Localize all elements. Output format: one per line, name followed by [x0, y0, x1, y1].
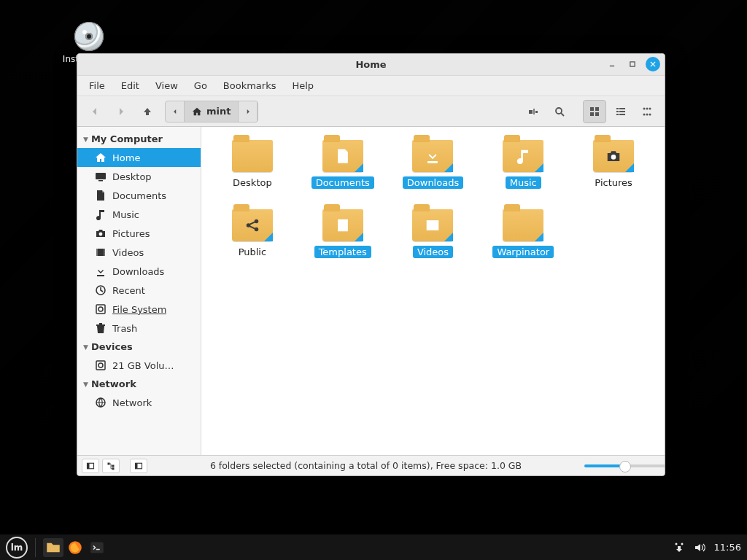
toggle-location-button[interactable]	[522, 100, 545, 123]
chevron-down-icon: ▼	[83, 381, 88, 388]
window-title: Home	[355, 59, 386, 70]
folder-label: Templates	[314, 246, 371, 258]
template-icon	[322, 209, 363, 241]
sidebar-item-label: Desktop	[112, 171, 152, 182]
menubar: File Edit View Go Bookmarks Help	[77, 76, 665, 96]
folder-item-desktop[interactable]: Desktop	[212, 140, 293, 189]
folder-icon	[503, 140, 543, 172]
file-manager-window: Home File Edit View Go Bookmarks Help	[77, 53, 665, 476]
folder-item-music[interactable]: Music	[483, 140, 563, 189]
sidebar-item-trash[interactable]: Trash	[77, 319, 201, 338]
taskbar-files-button[interactable]	[43, 538, 63, 557]
sidebar-item-desktop[interactable]: Desktop	[77, 167, 201, 186]
folder-label: Pictures	[590, 176, 636, 189]
taskbar-separator	[35, 538, 36, 557]
close-button[interactable]	[646, 57, 660, 71]
up-button[interactable]	[136, 100, 159, 123]
folder-item-templates[interactable]: Templates	[303, 209, 383, 258]
folder-icon	[322, 140, 363, 172]
folder-icon	[412, 209, 453, 241]
camera-icon	[593, 140, 634, 172]
folder-icon	[593, 140, 634, 172]
folder-item-pictures[interactable]: Pictures	[573, 140, 654, 189]
sidebar-item-recent[interactable]: Recent	[77, 281, 201, 300]
list-view-button[interactable]	[609, 100, 632, 123]
network-icon[interactable]	[673, 542, 685, 553]
download-icon	[412, 140, 453, 172]
clock[interactable]: 11:56	[714, 542, 741, 553]
desktop[interactable]: Install Linux Mint Home File Edit View G…	[0, 0, 747, 560]
menu-file[interactable]: File	[82, 77, 112, 94]
forward-button[interactable]	[109, 100, 133, 123]
places-pane-button[interactable]	[82, 459, 99, 473]
chevron-down-icon: ▼	[83, 343, 88, 351]
breadcrumb: mint	[165, 101, 258, 122]
music-icon	[503, 140, 543, 172]
toolbar: mint	[77, 96, 665, 127]
sidebar-item-label: Home	[112, 152, 140, 163]
download-icon	[95, 265, 107, 277]
sidebar-item-label: Downloads	[112, 266, 164, 277]
sidebar-item-network[interactable]: Network	[77, 393, 201, 412]
sidebar-item-downloads[interactable]: Downloads	[77, 262, 201, 281]
sidebar-item-home[interactable]: Home	[77, 148, 201, 167]
sidebar-item-21-gb-volu-[interactable]: 21 GB Volu…	[77, 356, 201, 375]
home-icon	[192, 106, 202, 117]
menu-help[interactable]: Help	[285, 77, 321, 94]
taskbar-firefox-button[interactable]	[65, 538, 85, 557]
titlebar[interactable]: Home	[77, 54, 665, 76]
recent-icon	[95, 284, 107, 296]
compact-view-button[interactable]	[635, 100, 659, 123]
music-icon	[95, 209, 107, 220]
folder-icon	[232, 209, 273, 241]
menu-view[interactable]: View	[148, 77, 185, 94]
folder-content[interactable]: DesktopDocumentsDownloadsMusicPicturesPu…	[201, 127, 665, 455]
folder-label: Videos	[413, 246, 453, 258]
status-text: 6 folders selected (containing a total o…	[150, 460, 581, 471]
folder-item-downloads[interactable]: Downloads	[392, 140, 473, 189]
menu-edit[interactable]: Edit	[114, 77, 147, 94]
trash-icon	[95, 322, 107, 334]
volume-icon[interactable]	[694, 542, 705, 553]
folder-item-warpinator[interactable]: Warpinator	[483, 209, 563, 258]
folder-item-public[interactable]: Public	[212, 209, 293, 258]
sidebar-item-pictures[interactable]: Pictures	[77, 224, 201, 243]
folder-label: Documents	[311, 176, 374, 189]
sidebar-section-header[interactable]: ▼Network	[77, 375, 201, 393]
show-hidden-button[interactable]	[130, 459, 147, 473]
disk-icon	[95, 359, 107, 371]
search-button[interactable]	[548, 100, 571, 123]
document-icon	[322, 140, 363, 172]
sidebar-item-label: Recent	[112, 285, 145, 296]
sidebar-item-videos[interactable]: Videos	[77, 243, 201, 262]
minimize-button[interactable]	[605, 57, 619, 71]
back-button[interactable]	[83, 100, 107, 123]
zoom-slider[interactable]	[584, 464, 657, 467]
camera-icon	[95, 228, 107, 239]
breadcrumb-next-button[interactable]	[239, 101, 258, 122]
maximize-button[interactable]	[625, 57, 640, 71]
folder-icon	[232, 140, 273, 172]
folder-label: Downloads	[403, 176, 463, 189]
sidebar-section-header[interactable]: ▼Devices	[77, 338, 201, 356]
share-icon	[232, 209, 273, 241]
menu-bookmarks[interactable]: Bookmarks	[216, 77, 284, 94]
sidebar-section-header[interactable]: ▼My Computer	[77, 130, 201, 148]
icon-view-button[interactable]	[583, 100, 606, 123]
sidebar-item-label: Documents	[112, 190, 166, 201]
breadcrumb-current[interactable]: mint	[185, 101, 239, 122]
start-menu-button[interactable]: lm	[6, 537, 28, 559]
sidebar-item-documents[interactable]: Documents	[77, 186, 201, 205]
folder-item-documents[interactable]: Documents	[303, 140, 383, 189]
folder-icon	[503, 209, 543, 241]
folder-item-videos[interactable]: Videos	[392, 209, 473, 258]
menu-go[interactable]: Go	[187, 77, 214, 94]
treeview-pane-button[interactable]	[102, 459, 120, 473]
sidebar-item-music[interactable]: Music	[77, 205, 201, 224]
taskbar-terminal-button[interactable]	[87, 538, 107, 557]
system-tray: 11:56	[673, 542, 741, 553]
sidebar-item-file-system[interactable]: File System	[77, 300, 201, 319]
breadcrumb-prev-button[interactable]	[166, 101, 185, 122]
home-icon	[95, 152, 107, 163]
folder-label: Warpinator	[492, 246, 554, 258]
